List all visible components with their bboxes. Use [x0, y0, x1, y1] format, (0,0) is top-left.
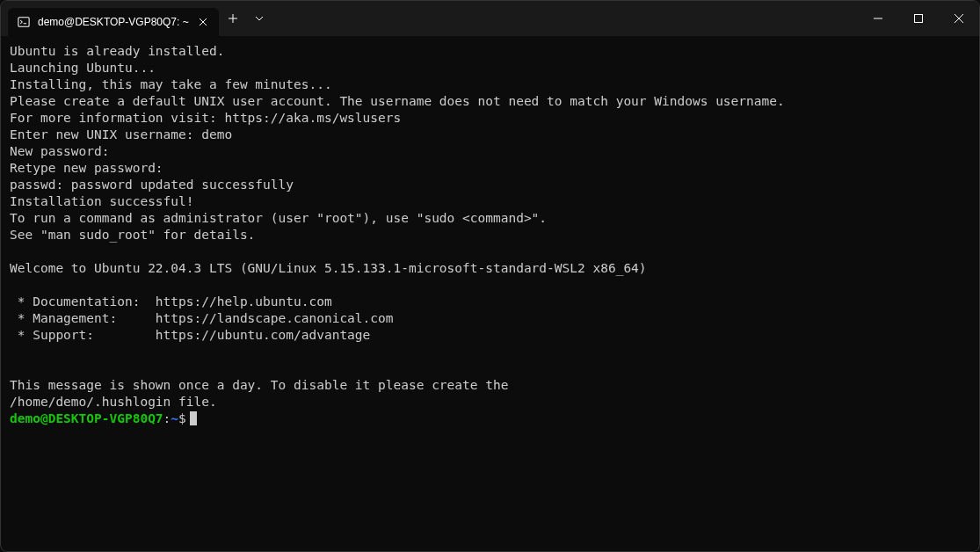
tab-close-button[interactable] [196, 15, 210, 29]
terminal-icon [17, 15, 31, 29]
close-button[interactable] [939, 1, 979, 36]
tab-dropdown-button[interactable] [247, 4, 272, 33]
active-tab[interactable]: demo@DESKTOP-VGP80Q7: ~ [8, 8, 219, 36]
terminal-output[interactable]: Ubuntu is already installed. Launching U… [1, 36, 979, 434]
titlebar-drag-area[interactable] [272, 1, 858, 36]
new-tab-button[interactable] [219, 4, 247, 33]
terminal-lines: Ubuntu is already installed. Launching U… [10, 43, 970, 410]
cursor [190, 411, 197, 425]
titlebar: demo@DESKTOP-VGP80Q7: ~ [1, 1, 979, 36]
minimize-button[interactable] [858, 1, 898, 36]
prompt-dollar: $ [178, 411, 186, 425]
svg-rect-2 [915, 15, 923, 23]
tab-title: demo@DESKTOP-VGP80Q7: ~ [38, 16, 189, 28]
prompt-user-host: demo@DESKTOP-VGP80Q7 [10, 411, 163, 425]
window-controls [858, 1, 979, 36]
maximize-button[interactable] [898, 1, 939, 36]
svg-rect-0 [18, 18, 29, 27]
prompt-path: ~ [171, 411, 178, 425]
